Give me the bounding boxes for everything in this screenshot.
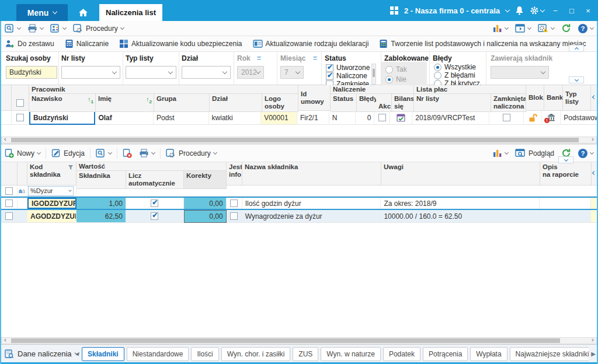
edycja-button[interactable]: Edycja bbox=[48, 147, 88, 160]
col-nazwa-skladnika[interactable]: Nazwa składnika bbox=[242, 162, 381, 186]
tab-ilosci[interactable]: Ilości bbox=[191, 347, 218, 361]
collapse-toolbar-button[interactable] bbox=[569, 45, 584, 52]
jest-info-checkbox[interactable] bbox=[230, 200, 238, 207]
miesiac-select[interactable]: 7 bbox=[280, 66, 304, 79]
col-kod-skladnika[interactable]: Kodskładnika bbox=[27, 162, 77, 186]
zamknieta-checkbox[interactable] bbox=[503, 114, 510, 121]
skladniki-row-1[interactable]: IGODZDYZUR 1,00 0,00 Ilość godzin dyżur … bbox=[1, 197, 597, 210]
col-skladnika[interactable]: Składnika bbox=[77, 171, 126, 189]
bledy-option-z-bledami[interactable]: Z błędami bbox=[434, 71, 475, 79]
cell-nazwa[interactable]: Ilość godzin dyżur bbox=[242, 198, 381, 209]
tab-podatek[interactable]: Podatek bbox=[383, 347, 420, 361]
scroll-left-icon[interactable] bbox=[2, 338, 10, 344]
cell-licz[interactable] bbox=[126, 210, 184, 223]
bledy-option-wszystkie[interactable]: Wszystkie bbox=[434, 63, 476, 71]
tab-wyplata[interactable]: Wypłata bbox=[470, 347, 507, 361]
skladniki-grid-hscrollbar[interactable] bbox=[1, 337, 597, 344]
licz-checkbox[interactable] bbox=[151, 212, 158, 220]
zawieraja-skladnik-select[interactable] bbox=[491, 66, 549, 79]
search-button[interactable] bbox=[1, 22, 24, 35]
row-select-checkbox[interactable] bbox=[5, 200, 13, 207]
cell-akc[interactable] bbox=[374, 111, 390, 125]
akc-checkbox[interactable] bbox=[378, 114, 386, 121]
tworzenie-list-button[interactable]: Tworzenie list podstawowych i naliczenia… bbox=[376, 37, 589, 50]
cell-bilansuje[interactable] bbox=[390, 111, 412, 125]
col-uwagi[interactable]: Uwagi bbox=[381, 162, 540, 186]
tab-naliczenia-list[interactable]: Naliczenia list bbox=[99, 4, 162, 21]
col-id-umowy[interactable]: Id umowy bbox=[298, 85, 331, 111]
z-bledami-radio[interactable] bbox=[434, 72, 441, 79]
col-grupa[interactable]: Grupa bbox=[154, 94, 210, 112]
col-nr-listy[interactable]: Nr listy bbox=[414, 94, 491, 112]
company-selector[interactable]: 2 - Nasza firma 0 - centrala bbox=[404, 6, 500, 15]
close-button[interactable]: × bbox=[583, 6, 593, 15]
organizer-settings-button[interactable] bbox=[534, 22, 558, 35]
cell-typ-listy[interactable]: Podstawowa bbox=[561, 111, 597, 125]
cell-jest-info[interactable] bbox=[227, 198, 242, 209]
lists-grid-hscrollbar[interactable] bbox=[1, 136, 597, 144]
tab-wyn-w-naturze[interactable]: Wyn. w naturze bbox=[321, 347, 381, 361]
cell-status[interactable]: N bbox=[329, 111, 356, 125]
maximize-button[interactable]: □ bbox=[566, 6, 577, 15]
scroll-right-icon[interactable] bbox=[588, 137, 596, 143]
home-button[interactable] bbox=[77, 6, 89, 19]
cell-imie[interactable]: Olaf bbox=[95, 111, 154, 125]
col-licz-automatycznie[interactable]: Licz automatycznie bbox=[126, 171, 184, 189]
col-imie[interactable]: Imię↑2 bbox=[96, 94, 154, 112]
podglad-button[interactable]: Podgląd bbox=[512, 147, 558, 160]
export-button[interactable] bbox=[47, 22, 69, 35]
company-chevron-icon[interactable] bbox=[505, 7, 510, 12]
notifications-bell-icon[interactable] bbox=[515, 6, 524, 15]
col-bank[interactable]: Bank bbox=[544, 85, 563, 111]
tab-najwazniejsze-skladniki[interactable]: Najważniejsze składniki bbox=[510, 347, 589, 361]
licz-checkbox[interactable] bbox=[151, 200, 158, 207]
zablokowane-option-tak[interactable]: Tak bbox=[385, 65, 407, 74]
dzial-select[interactable] bbox=[182, 66, 231, 79]
naliczone-checkbox[interactable] bbox=[326, 72, 333, 80]
kod-filter-input[interactable]: %Dyzur bbox=[28, 186, 74, 196]
row-select-checkbox[interactable] bbox=[5, 212, 13, 220]
settings-button[interactable] bbox=[530, 6, 544, 15]
wszystkie-radio[interactable] bbox=[434, 64, 441, 71]
status-option-naliczone[interactable]: Naliczone bbox=[326, 72, 367, 80]
detail-delete-button[interactable] bbox=[119, 147, 135, 160]
cell-opis[interactable] bbox=[540, 198, 591, 209]
print-button[interactable] bbox=[24, 22, 47, 35]
cell-nr-listy[interactable]: 2018/09/VRCPTest bbox=[412, 111, 489, 125]
collapse-detail-toolbar-button[interactable] bbox=[558, 156, 573, 163]
skladniki-row-2[interactable]: AGODZDYZUR 62,50 0,00 Wynagrodzenie za d… bbox=[1, 210, 597, 223]
zablokowane-option-nie[interactable]: Nie bbox=[385, 75, 406, 83]
nie-radio[interactable] bbox=[385, 76, 393, 83]
cell-korekty[interactable]: 0,00 bbox=[184, 198, 227, 209]
aktualizowanie-rodzaju-button[interactable]: Aktualizowanie rodzaju deklaracji bbox=[249, 37, 373, 50]
cell-logo-osoby[interactable]: V00001 bbox=[261, 111, 297, 125]
tab-potracenia[interactable]: Potrącenia bbox=[423, 347, 468, 361]
tab-skladniki[interactable]: Składniki bbox=[82, 347, 124, 361]
collapse-filter-button[interactable] bbox=[569, 76, 584, 83]
rok-select[interactable]: 2012 bbox=[237, 66, 264, 79]
col-korekty[interactable]: Korekty bbox=[184, 171, 227, 189]
cell-uwagi[interactable]: Za okres: 2018/9 bbox=[381, 198, 540, 209]
detail-procedury-button[interactable]: Procedury bbox=[162, 147, 220, 160]
col-logo-osoby[interactable]: Logo osoby bbox=[262, 94, 298, 112]
cell-wartosc[interactable]: 1,00 bbox=[77, 198, 126, 209]
col-bilansuje-sie[interactable]: Bilansuje się bbox=[392, 94, 414, 112]
procedury-button[interactable]: Procedury bbox=[69, 22, 127, 35]
tab-wyn-chor-i-zasilki[interactable]: Wyn. chor. i zasiłki bbox=[221, 347, 291, 361]
detail-chart-button[interactable] bbox=[489, 147, 512, 160]
cell-opis[interactable] bbox=[540, 210, 591, 223]
cell-wartosc[interactable]: 62,50 bbox=[77, 210, 126, 223]
aktualizowanie-kodu-button[interactable]: Aktualizowanie kodu ubezpieczenia bbox=[116, 37, 245, 50]
cell-bledy[interactable]: 0 bbox=[356, 111, 375, 125]
detail-help-button[interactable]: ? bbox=[575, 147, 597, 160]
cell-zamknieta[interactable] bbox=[489, 111, 524, 125]
minimize-button[interactable]: − bbox=[550, 6, 561, 15]
lists-grid-row[interactable]: Budzyński Olaf Podst kwiatki V00001 Fir2… bbox=[1, 111, 597, 125]
col-dzial[interactable]: Dział bbox=[210, 94, 262, 112]
col-opis-na-raporcie[interactable]: Opisna raporcie bbox=[540, 162, 592, 186]
col-zamknieta-naliczona[interactable]: Zamknięta naliczona bbox=[491, 94, 526, 112]
tab-zus[interactable]: ZUS bbox=[293, 347, 318, 361]
scroll-right-icon[interactable] bbox=[588, 338, 596, 344]
menu-button[interactable]: Menu bbox=[16, 4, 68, 21]
typ-listy-select[interactable] bbox=[126, 66, 176, 79]
